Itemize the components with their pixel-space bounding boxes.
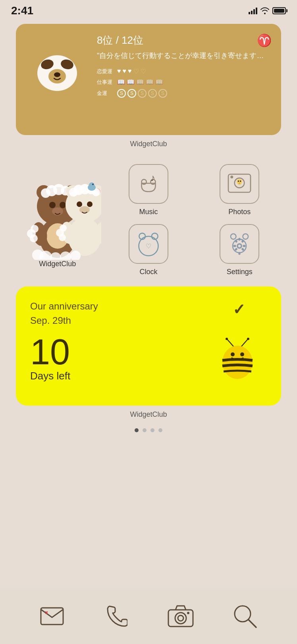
music-app[interactable]: ♪ Music [103, 160, 194, 220]
svg-line-86 [241, 340, 247, 346]
svg-point-72 [231, 234, 236, 240]
love-fortune-row: 恋愛運 ♥ ♥ ♥ ♡ ♡ [97, 68, 272, 75]
settings-icon [220, 224, 259, 264]
svg-point-15 [238, 180, 239, 182]
money-label: 金運 [97, 90, 115, 97]
svg-point-94 [175, 613, 186, 624]
svg-point-52 [79, 206, 90, 213]
work-icons: 📖 📖 📖 📖 📖 [117, 78, 163, 86]
svg-point-59 [59, 234, 66, 241]
svg-point-91 [240, 352, 244, 356]
svg-point-14 [237, 179, 242, 185]
search-icon[interactable] [231, 602, 259, 630]
anniversary-widget[interactable]: Our anniversarySep. 29th ✓ 10 Days left [16, 286, 281, 406]
svg-point-36 [30, 234, 38, 242]
status-icons [249, 7, 286, 14]
rilakkuma-svg [14, 172, 101, 260]
widget2-label: WidgetClub [0, 410, 297, 419]
horoscope-widget[interactable]: 8位 / 12位 ♈ "自分を信じて行動することが幸運を引き寄せます… 恋愛運 … [16, 24, 281, 135]
wifi-icon [260, 7, 269, 14]
settings-app[interactable]: Settings [194, 220, 285, 280]
horoscope-content: 8位 / 12位 ♈ "自分を信じて行動することが幸運を引き寄せます… 恋愛運 … [97, 33, 272, 98]
checkmark-icon: ✓ [233, 301, 245, 318]
anniversary-title: Our anniversarySep. 29th [30, 299, 267, 328]
svg-point-84 [238, 245, 241, 248]
money-fortune-row: 金運 S S S S S [97, 89, 272, 98]
phone-icon[interactable] [102, 602, 130, 630]
svg-point-87 [226, 338, 228, 340]
settings-label: Settings [227, 268, 253, 276]
photos-label: Photos [228, 208, 251, 216]
svg-point-62 [92, 184, 94, 185]
svg-line-85 [228, 340, 233, 346]
battery-icon [272, 7, 286, 14]
bee-decoration [214, 337, 261, 386]
work-fortune-row: 仕事運 📖 📖 📖 📖 📖 [97, 78, 272, 86]
dot-2[interactable] [143, 428, 147, 432]
svg-point-90 [231, 352, 235, 356]
svg-rect-78 [243, 245, 246, 247]
aries-symbol: ♈ [257, 33, 272, 47]
music-icon: ♪ [129, 164, 168, 204]
music-label: Music [139, 208, 158, 216]
svg-rect-77 [233, 245, 236, 247]
dock [0, 588, 297, 644]
dot-1[interactable] [135, 428, 139, 432]
svg-text:♪: ♪ [150, 172, 155, 183]
svg-point-16 [240, 180, 241, 182]
svg-line-98 [249, 620, 256, 627]
svg-point-88 [247, 338, 249, 340]
bear-face [25, 33, 89, 97]
svg-point-50 [77, 201, 82, 207]
clock-label: Clock [139, 268, 157, 276]
svg-point-51 [87, 201, 93, 207]
app-grid: ♪ Music Photos [12, 160, 285, 280]
page-dots [0, 428, 297, 432]
horoscope-quote: "自分を信じて行動することが幸運を引き寄せます… [97, 50, 272, 61]
svg-rect-75 [239, 238, 241, 241]
horoscope-rank: 8位 / 12位 ♈ [97, 33, 272, 47]
rilakkuma-widget[interactable]: WidgetClub [12, 160, 103, 280]
love-icons: ♥ ♥ ♥ ♡ ♡ [117, 68, 146, 75]
dot-4[interactable] [158, 428, 162, 432]
svg-point-89 [222, 346, 253, 379]
svg-point-73 [243, 234, 249, 240]
clock-app[interactable]: ♡ Clock [103, 220, 194, 280]
svg-point-26 [49, 202, 56, 208]
camera-icon[interactable] [167, 602, 195, 630]
photos-app[interactable]: Photos [194, 160, 285, 220]
svg-point-96 [187, 612, 189, 614]
svg-point-95 [178, 615, 183, 621]
svg-rect-92 [41, 608, 63, 625]
svg-point-17 [231, 176, 233, 178]
widget1-label: WidgetClub [0, 140, 297, 148]
rilakkuma-label: WidgetClub [39, 260, 76, 268]
work-label: 仕事運 [97, 79, 115, 86]
svg-point-27 [60, 202, 66, 208]
signal-icon [249, 7, 257, 14]
status-bar: 2:41 [0, 0, 297, 20]
svg-text:♡: ♡ [146, 243, 151, 249]
photos-icon [220, 164, 259, 204]
dot-3[interactable] [150, 428, 154, 432]
love-label: 恋愛運 [97, 68, 115, 75]
money-icons: S S S S S [117, 89, 167, 98]
svg-point-7 [54, 72, 60, 77]
mail-icon[interactable] [38, 602, 66, 630]
svg-rect-76 [239, 252, 241, 255]
clock-icon: ♡ [129, 224, 168, 264]
status-time: 2:41 [11, 4, 33, 17]
